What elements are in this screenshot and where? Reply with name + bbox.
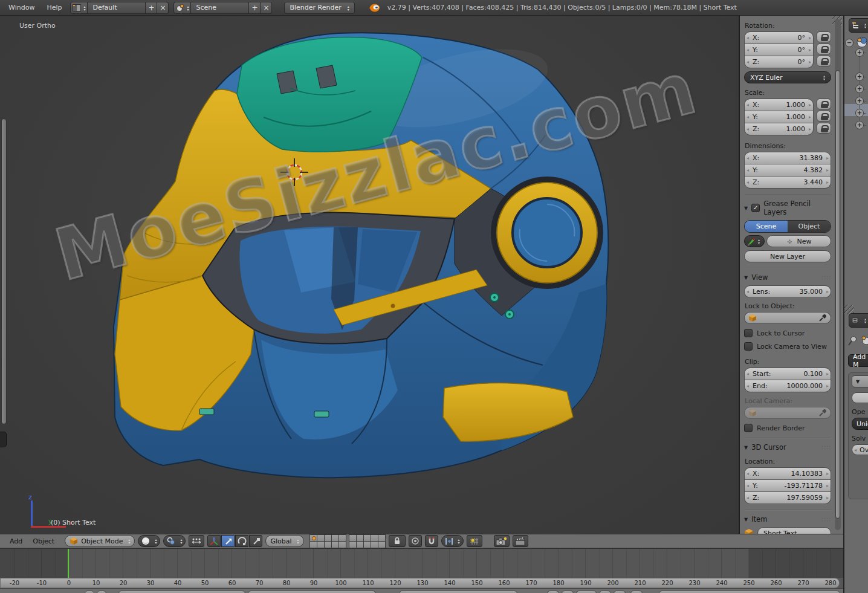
lock-scale-y-button[interactable] [817,111,831,122]
viewport-shading-dropdown[interactable] [138,535,160,547]
snap-toggle[interactable] [425,535,438,547]
properties-editor-dropdown[interactable] [849,313,868,328]
layer-cell[interactable] [364,535,371,541]
tab-object[interactable]: Object [788,221,831,232]
layer-cell[interactable] [310,542,317,548]
snap-element-dropdown[interactable] [441,535,464,547]
outliner-expand-icon[interactable]: + [855,73,864,81]
lock-object-field[interactable] [744,312,831,324]
render-border-row[interactable]: Render Border [744,424,831,432]
panel-drag-grip[interactable]: :::: [821,516,831,522]
toolshelf-scrollbar[interactable] [1,118,7,424]
layer-cell[interactable] [317,542,324,548]
timeline-header-button-partial[interactable] [248,591,376,593]
item-panel-header[interactable]: ▼ Item :::: [744,515,831,523]
lock-rotation-z-button[interactable] [817,56,831,66]
lock-rotation-y-button[interactable] [817,44,831,54]
outliner-collapse-icon[interactable]: − [845,39,853,47]
panel-drag-grip[interactable]: :::: [821,274,831,280]
dimensions-y-slider[interactable]: Y:4.382 [745,164,831,176]
dimensions-z-slider[interactable]: Z:3.440 [745,177,831,188]
clip-end-slider[interactable]: End:10000.000 [745,380,831,392]
tab-scene[interactable]: Scene [745,221,788,232]
mode-dropdown[interactable]: Object Mode [65,535,135,547]
timeline-header-button-partial[interactable] [599,591,611,593]
transform-orientation-dropdown[interactable]: Global [265,535,303,547]
timeline-header-button-partial[interactable] [399,591,517,593]
delete-scene-button[interactable]: × [261,2,272,14]
proportional-edit-toggle[interactable] [409,535,422,547]
layer-cell[interactable] [364,542,371,548]
viewport-3d[interactable]: MoeSizzlac.com User Ortho z y x (0) Shor… [0,16,739,534]
translate-manipulator-toggle[interactable] [221,535,235,547]
layer-cell[interactable] [357,542,363,548]
layer-cell[interactable] [332,535,338,541]
scene-name[interactable]: Scene [191,2,249,14]
local-camera-field[interactable] [744,407,831,419]
clip-start-slider[interactable]: Start:0.100 [745,368,831,380]
overlap-slider[interactable]: Ov [852,444,868,455]
menu-object[interactable]: Object [29,537,58,545]
render-border-checkbox[interactable] [744,424,753,432]
cursor-panel-header[interactable]: ▼ 3D Cursor :::: [744,443,831,452]
layer-cell[interactable] [310,535,317,541]
rotation-x-slider[interactable]: X:0° [745,32,813,44]
scale-z-slider[interactable]: Z:1.000 [745,123,813,135]
modifier-button-partial[interactable] [852,392,868,403]
lock-scale-x-button[interactable] [817,99,831,109]
manipulate-center-points-toggle[interactable] [189,535,204,547]
lens-slider[interactable]: Lens:35.000 [745,286,831,297]
snap-target-dropdown[interactable] [467,535,482,547]
lock-to-scene-toggle[interactable] [389,535,406,547]
rotation-mode-dropdown[interactable]: XYZ Euler [744,71,831,83]
current-frame-indicator[interactable] [68,549,69,578]
layer-cell[interactable] [339,542,346,548]
outliner-expand-icon[interactable]: + [855,109,864,117]
helmet-model[interactable] [0,16,739,534]
menu-add[interactable]: Add [6,537,26,545]
scale-manipulator-toggle[interactable] [249,535,262,547]
eyedropper-icon[interactable] [818,314,827,322]
grease-pencil-panel-header[interactable]: ▼ Grease Pencil Layers [744,199,831,216]
add-modifier-button[interactable]: Add M [848,354,868,367]
add-layout-button[interactable]: + [146,2,157,14]
panel-drag-grip[interactable]: :::: [821,444,831,450]
cursor-z-slider[interactable]: Z:197.59059 [745,492,831,504]
screen-layout-icon-dropdown[interactable] [70,2,88,14]
layer-cell[interactable] [378,535,385,541]
dimensions-x-slider[interactable]: X:31.389 [745,152,831,164]
rotate-manipulator-toggle[interactable] [235,535,248,547]
rotation-y-slider[interactable]: Y:0° [745,44,813,56]
layer-cell[interactable] [371,542,378,548]
view-panel-header[interactable]: ▼ View :::: [744,273,831,282]
timeline-header-button-partial[interactable] [630,591,643,593]
rotation-z-slider[interactable]: Z:0° [745,56,813,68]
union-button[interactable]: Unio [852,418,868,430]
opengl-render-button[interactable] [494,535,510,547]
lock-to-cursor-row[interactable]: Lock to Cursor [744,329,831,337]
lock-to-cursor-checkbox[interactable] [744,329,753,337]
timeline-header-button-partial[interactable] [576,591,597,593]
timeline-header-button-partial[interactable] [659,591,840,593]
lock-scale-z-button[interactable] [817,123,831,134]
panel-scrollbar-thumb[interactable] [835,70,840,519]
cursor-y-slider[interactable]: Y:-193.71178 [745,480,831,491]
toolshelf-open-tab[interactable] [0,432,7,447]
menu-help[interactable]: Help [43,4,65,11]
timeline-header-button-partial[interactable] [547,591,559,593]
screen-layout-name[interactable]: Default [88,2,146,14]
new-layer-button[interactable]: New Layer [744,250,831,262]
layer-cell[interactable] [357,535,363,541]
layer-cell[interactable] [317,535,324,541]
lock-rotation-x-button[interactable] [817,31,831,42]
layer-cell[interactable] [332,542,338,548]
outliner-expand-icon[interactable]: + [855,48,864,57]
layer-cell[interactable] [349,542,356,548]
timeline-track[interactable] [0,548,843,578]
timeline-header-button-partial[interactable] [85,591,94,593]
layer-cell[interactable] [325,542,331,548]
scale-y-slider[interactable]: Y:1.000 [745,111,813,123]
timeline-ruler[interactable]: -20-100102030405060708090100110120130140… [0,578,840,588]
render-engine-dropdown[interactable]: Blender Render [284,2,354,14]
modifier-expand-dropdown[interactable]: ▼ [852,375,868,387]
